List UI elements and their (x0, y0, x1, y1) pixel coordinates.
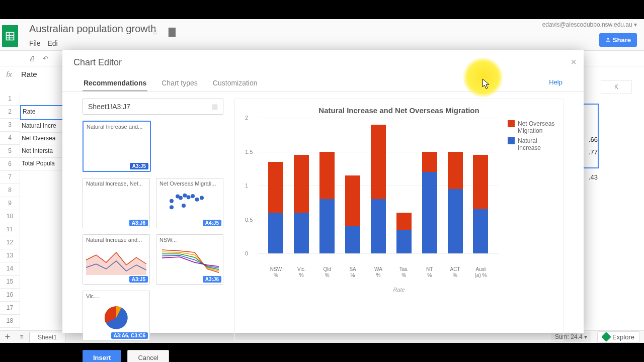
svg-point-9 (187, 195, 191, 199)
row-header[interactable]: 16 (0, 289, 20, 302)
svg-rect-4 (606, 41, 610, 42)
add-sheet-button[interactable]: + (0, 332, 15, 342)
formula-value[interactable]: Rate (18, 70, 37, 78)
share-button[interactable]: Share (599, 33, 637, 47)
chart-preview: Natural Increase and Net Overseas Migrat… (234, 99, 564, 341)
rec-range-badge: A3:J6 (203, 276, 221, 283)
y-tick-label: 0.5 (245, 217, 253, 223)
row-header[interactable]: 5 (0, 145, 20, 158)
legend-item: Natural Increase (508, 137, 558, 151)
chart-recommendation[interactable]: Natural Increase and...A3:J5 (83, 121, 151, 172)
bar (448, 118, 463, 253)
rec-title: Natural Increase, Net... (83, 178, 149, 187)
svg-point-5 (170, 199, 174, 203)
insert-button[interactable]: Insert (83, 350, 121, 362)
help-link[interactable]: Help (549, 78, 562, 86)
sheets-logo-icon[interactable] (2, 25, 18, 47)
menu-file[interactable]: File (29, 39, 41, 47)
rec-title: Natural Increase and... (83, 235, 149, 243)
x-tick-label: SA% (344, 266, 361, 279)
x-tick-label: WA% (370, 266, 387, 279)
svg-marker-15 (86, 252, 146, 275)
chart-recommendation[interactable]: Natural Increase and...A3:J5 (83, 234, 150, 285)
row-header[interactable]: 14 (0, 262, 20, 276)
y-tick-label: 1.5 (245, 149, 253, 155)
row-header[interactable]: 8 (0, 184, 20, 197)
fx-label: fx (0, 70, 18, 78)
data-range-input[interactable]: Sheet1!A3:J7 ▦ (83, 99, 223, 115)
folder-icon[interactable]: ▇ (169, 26, 176, 37)
x-tick-label: NT% (421, 266, 438, 279)
y-tick-label: 1 (245, 183, 248, 189)
cell[interactable]: Net Intersta (20, 145, 63, 158)
column-header-k[interactable]: K (601, 80, 632, 94)
row-header[interactable]: 13 (0, 249, 20, 262)
legend-swatch (508, 120, 515, 127)
google-sheets-app: Australian population growth ☆ ▇ File Ed… (0, 19, 644, 343)
bar (473, 118, 488, 253)
row-header[interactable]: 17 (0, 302, 20, 315)
svg-point-8 (183, 194, 187, 198)
row-header[interactable]: 12 (0, 236, 20, 249)
sheet-tab[interactable]: Sheet1 (29, 332, 65, 342)
explore-icon (601, 332, 611, 342)
bar (371, 118, 386, 253)
app-header: Australian population growth ☆ ▇ File Ed… (0, 19, 644, 51)
rec-range-badge: A3:J6 (129, 220, 148, 226)
bar (345, 118, 360, 253)
chart-editor-dialog: Chart Editor × Recommendations Chart typ… (62, 50, 584, 333)
rec-title: Natural Increase and... (84, 122, 150, 130)
rec-range-badge: A3:J5 (129, 276, 148, 283)
cell[interactable]: Total Popula (20, 158, 63, 170)
print-icon[interactable]: 🖨 (29, 55, 36, 62)
row-header[interactable]: 11 (0, 223, 20, 236)
rec-title: NSW... (156, 235, 223, 243)
row-header[interactable]: 18 (0, 315, 20, 328)
svg-rect-0 (7, 33, 14, 40)
chart-recommendation[interactable]: Vic....A3:A6, C3:C6 (83, 291, 150, 341)
recommendations-panel: Sheet1!A3:J7 ▦ Natural Increase and...A3… (83, 99, 223, 341)
cancel-button[interactable]: Cancel (127, 350, 169, 362)
legend-swatch (508, 137, 515, 144)
row-header[interactable]: 9 (0, 197, 20, 210)
row-header[interactable]: 7 (0, 171, 20, 184)
cell[interactable]: Natural Incre (20, 120, 63, 133)
svg-point-13 (182, 204, 186, 208)
grid-select-icon[interactable]: ▦ (211, 103, 218, 111)
row-headers: 12345678910111213141516171819 (0, 93, 20, 331)
menu-bar: File Edi (29, 39, 63, 47)
tab-customization[interactable]: Customization (212, 76, 259, 91)
bar (268, 118, 283, 253)
x-tick-label: NSW% (267, 266, 284, 279)
legend-item: Net Overseas Migration (508, 120, 558, 134)
chart-recommendation[interactable]: Natural Increase, Net...A3:J6 (83, 178, 150, 228)
bar (294, 118, 309, 253)
row-header[interactable]: 10 (0, 210, 20, 223)
menu-edit[interactable]: Edi (47, 39, 57, 47)
row-header[interactable]: 1 (0, 93, 20, 106)
x-tick-label: Aust(a) % (472, 266, 489, 279)
row-header[interactable]: 2 (0, 106, 20, 119)
row-header[interactable]: 6 (0, 158, 20, 171)
document-title[interactable]: Australian population growth (29, 23, 156, 35)
row-header[interactable]: 15 (0, 276, 20, 289)
cell[interactable]: Net Oversea (20, 133, 63, 145)
explore-button[interactable]: Explore (597, 331, 640, 343)
star-icon[interactable]: ☆ (151, 26, 159, 37)
cell[interactable]: Rate (20, 105, 63, 120)
close-icon[interactable]: × (571, 56, 577, 68)
tab-recommendations[interactable]: Recommendations (83, 76, 147, 92)
x-tick-label: Vic.% (293, 266, 310, 279)
row-header[interactable]: 4 (0, 132, 20, 145)
x-tick-label: Qld% (318, 266, 336, 279)
chart-recommendation[interactable]: NSW...A3:J6 (156, 234, 223, 285)
tab-chart-types[interactable]: Chart types (160, 76, 199, 91)
range-value: Sheet1!A3:J7 (88, 103, 130, 111)
row-header[interactable]: 3 (0, 119, 20, 132)
account-email[interactable]: edavis@alescodubbo.nsw.edu.au ▾ (542, 21, 637, 28)
all-sheets-icon[interactable]: ≡ (15, 333, 28, 340)
chart-recommendation[interactable]: Net Overseas Migrati...A4:J5 (156, 178, 223, 228)
dialog-actions: Insert Cancel (62, 347, 584, 362)
undo-icon[interactable]: ↶ (43, 55, 48, 62)
dialog-tabs: Recommendations Chart types Customizatio… (62, 70, 584, 92)
